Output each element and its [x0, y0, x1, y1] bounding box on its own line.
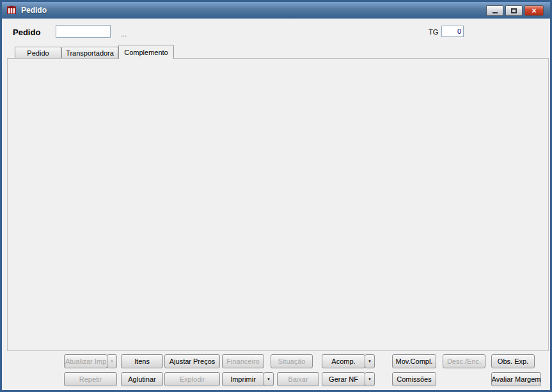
- repetir-button: Repetir: [64, 372, 117, 386]
- acomp-dropdown[interactable]: ▼: [365, 354, 375, 368]
- minimize-button[interactable]: [486, 5, 503, 16]
- explodir-button: Explodir: [164, 372, 220, 386]
- gerar-nf-button[interactable]: Gerar NF: [322, 372, 365, 386]
- avaliar-margem-button[interactable]: Avaliar Margem: [491, 372, 541, 386]
- aglutinar-button[interactable]: Aglutinar: [121, 372, 163, 386]
- imprimir-dropdown[interactable]: ▼: [264, 372, 274, 386]
- tab-pedido[interactable]: Pedido: [15, 47, 61, 58]
- close-icon: ×: [532, 6, 536, 15]
- baixar-button: Baixar: [277, 372, 319, 386]
- comissoes-button[interactable]: Comissões: [392, 372, 436, 386]
- pedido-field-label: Pedido: [13, 27, 40, 37]
- obs-exp-button[interactable]: Obs. Exp.: [491, 354, 535, 368]
- tab-transportadora[interactable]: Transportadora: [61, 47, 118, 58]
- tg-label: TG: [429, 28, 438, 36]
- window-title: Pedido: [21, 6, 47, 15]
- ajustar-precos-button[interactable]: Ajustar Preços: [164, 354, 220, 368]
- close-button[interactable]: ×: [524, 5, 544, 16]
- mov-compl-button[interactable]: Mov.Compl.: [392, 354, 436, 368]
- titlebar: Pedido: [2, 2, 550, 19]
- itens-button[interactable]: Itens: [121, 354, 163, 368]
- pedido-number-input[interactable]: [56, 25, 111, 38]
- maximize-button[interactable]: [505, 5, 523, 16]
- gerar-nf-dropdown[interactable]: ▼: [365, 372, 375, 386]
- atualizar-imp-dropdown: ▼: [107, 354, 117, 368]
- app-icon: [6, 5, 17, 15]
- pedido-window: Pedido × Pedido ... TG Pedido Transporta…: [0, 0, 552, 392]
- tab-pedido-label: Pedido: [27, 49, 49, 57]
- situacao-button: Situação: [271, 354, 313, 368]
- pedido-lookup-button[interactable]: ...: [121, 30, 127, 38]
- imprimir-button[interactable]: Imprimir: [222, 372, 264, 386]
- tg-input[interactable]: [441, 26, 464, 37]
- maximize-icon: [511, 8, 517, 13]
- tab-transportadora-label: Transportadora: [66, 49, 114, 57]
- atualizar-imp-button: Atualizar Imp: [64, 354, 107, 368]
- acomp-button[interactable]: Acomp.: [322, 354, 365, 368]
- financeiro-button: Financeiro: [222, 354, 264, 368]
- tab-panel: [7, 58, 549, 351]
- tab-complemento-label: Complemento: [124, 49, 168, 56]
- minimize-icon: [493, 12, 498, 13]
- desc-enc-button: Desc./Enc.: [443, 354, 485, 368]
- tab-complemento[interactable]: Complemento: [118, 45, 174, 59]
